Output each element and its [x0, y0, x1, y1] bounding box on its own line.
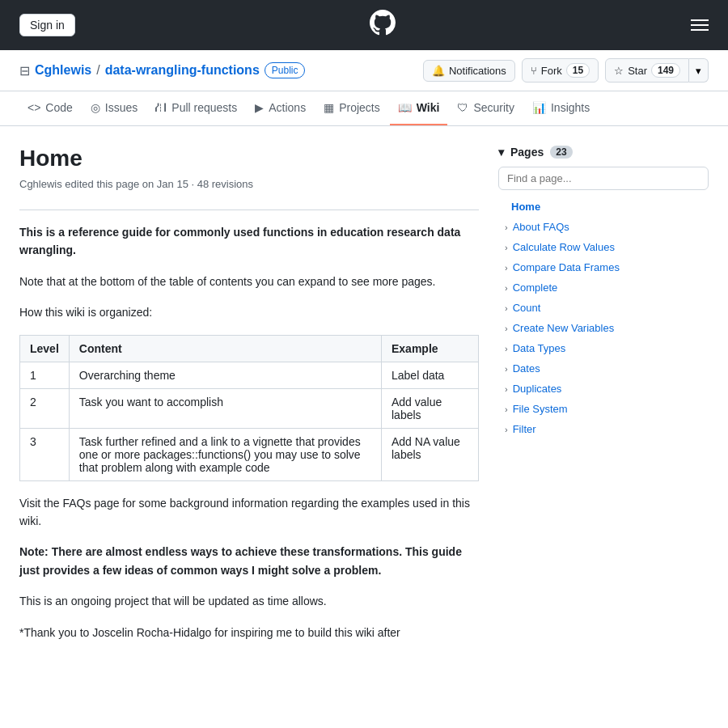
- sidebar-item-file-system[interactable]: ›File System: [498, 399, 709, 419]
- page-label: Home: [511, 201, 540, 213]
- table-header-content: Content: [69, 335, 381, 362]
- wiki-sidebar: ▾ Pages 23 Home›About FAQs›Calculate Row…: [498, 146, 709, 654]
- sidebar-item-calculate-row-values[interactable]: ›Calculate Row Values: [498, 237, 709, 257]
- page-label: Duplicates: [513, 383, 562, 395]
- sidebar-item-compare-data-frames[interactable]: ›Compare Data Frames: [498, 257, 709, 277]
- wiki-meta: Cghlewis edited this page on Jan 15 · 48…: [19, 178, 479, 190]
- tab-wiki[interactable]: 📖 Wiki: [390, 91, 448, 125]
- star-button-group: ☆ Star 149 ▾: [605, 58, 709, 83]
- star-icon: ☆: [614, 65, 624, 77]
- table-cell-example: Add value labels: [382, 388, 479, 428]
- repo-bar: ⊟ Cghlewis / data-wrangling-functions Pu…: [0, 50, 728, 91]
- table-cell-example: Add NA value labels: [382, 428, 479, 480]
- repo-name-link[interactable]: data-wrangling-functions: [105, 63, 260, 78]
- sidebar-item-about-faqs[interactable]: ›About FAQs: [498, 217, 709, 237]
- hamburger-menu[interactable]: [691, 19, 709, 31]
- table-cell-content: Task further refined and a link to a vig…: [69, 428, 381, 480]
- issues-icon: ◎: [91, 101, 100, 114]
- notifications-button[interactable]: 🔔 Notifications: [423, 60, 515, 82]
- chevron-right-icon: ›: [505, 364, 508, 374]
- chevron-right-icon: ›: [505, 263, 508, 273]
- fork-button[interactable]: ⑂ Fork 15: [522, 58, 599, 83]
- repo-separator: /: [96, 63, 99, 78]
- wiki-para5: This is an ongoing project that will be …: [19, 592, 479, 610]
- tab-projects[interactable]: ▦ Projects: [315, 91, 388, 125]
- page-label: File System: [513, 403, 568, 415]
- sidebar-item-dates[interactable]: ›Dates: [498, 358, 709, 379]
- wiki-content: Home Cghlewis edited this page on Jan 15…: [19, 146, 479, 654]
- public-badge: Public: [265, 62, 306, 78]
- chevron-right-icon: ›: [505, 283, 508, 293]
- wiki-para4: Note: There are almost endless ways to a…: [19, 543, 479, 579]
- pull-requests-icon: ⛙: [155, 101, 167, 114]
- wiki-para1: Note that at the bottom of the table of …: [19, 273, 479, 290]
- wiki-table: Level Content Example 1 Overarching them…: [19, 335, 479, 481]
- tab-insights[interactable]: 📊 Insights: [524, 91, 598, 125]
- tab-actions[interactable]: ▶ Actions: [247, 91, 314, 125]
- table-cell-level: 3: [20, 428, 70, 480]
- tab-issues[interactable]: ◎ Issues: [83, 91, 146, 125]
- sidebar-item-duplicates[interactable]: ›Duplicates: [498, 379, 709, 399]
- sidebar-item-create-new-variables[interactable]: ›Create New Variables: [498, 318, 709, 338]
- fork-label: Fork: [541, 65, 562, 77]
- fork-count: 15: [566, 63, 590, 78]
- tab-security[interactable]: 🛡 Security: [449, 91, 523, 125]
- page-label: Calculate Row Values: [513, 241, 615, 253]
- wiki-para6: *Thank you to Joscelin Rocha-Hidalgo for…: [19, 624, 479, 641]
- wiki-icon: 📖: [398, 101, 412, 114]
- sidebar-item-home[interactable]: Home: [498, 197, 709, 217]
- projects-icon: ▦: [324, 101, 334, 114]
- page-label: Complete: [513, 281, 558, 294]
- fork-icon: ⑂: [531, 65, 537, 77]
- star-dropdown-button[interactable]: ▾: [689, 58, 709, 83]
- wiki-para2: How this wiki is organized:: [19, 303, 479, 321]
- tab-pull-requests[interactable]: ⛙ Pull requests: [147, 91, 245, 125]
- sidebar-item-filter[interactable]: ›Filter: [498, 419, 709, 439]
- table-header-example: Example: [382, 335, 479, 362]
- bell-icon: 🔔: [432, 65, 445, 77]
- tab-code[interactable]: <> Code: [19, 91, 81, 125]
- sidebar-item-count[interactable]: ›Count: [498, 298, 709, 318]
- page-label: Count: [513, 302, 541, 314]
- code-icon: <>: [28, 101, 40, 114]
- tab-issues-label: Issues: [105, 101, 138, 114]
- page-label: Dates: [513, 362, 540, 375]
- wiki-intro: This is a reference guide for commonly u…: [19, 223, 479, 260]
- sign-in-button[interactable]: Sign in: [19, 14, 75, 36]
- repo-owner-link[interactable]: Cghlewis: [35, 63, 91, 78]
- chevron-right-icon: ›: [505, 243, 508, 252]
- chevron-right-icon: ›: [505, 344, 508, 353]
- tab-wiki-label: Wiki: [417, 101, 440, 114]
- main-content: Home Cghlewis edited this page on Jan 15…: [0, 126, 728, 674]
- table-cell-example: Label data: [382, 362, 479, 388]
- actions-icon: ▶: [255, 101, 264, 114]
- table-row: 3 Task further refined and a link to a v…: [20, 428, 479, 480]
- chevron-right-icon: ›: [505, 303, 508, 313]
- page-label: Filter: [513, 423, 536, 435]
- table-cell-level: 2: [20, 388, 70, 428]
- page-label: About FAQs: [513, 221, 569, 233]
- chevron-right-icon: ›: [505, 425, 508, 434]
- pages-label: Pages: [510, 146, 544, 159]
- insights-icon: 📊: [532, 101, 546, 114]
- tab-actions-label: Actions: [269, 101, 306, 114]
- security-icon: 🛡: [457, 101, 468, 114]
- sidebar-item-complete[interactable]: ›Complete: [498, 277, 709, 298]
- table-cell-level: 1: [20, 362, 70, 388]
- page-label: Compare Data Frames: [513, 261, 620, 273]
- pages-header[interactable]: ▾ Pages 23: [498, 146, 709, 159]
- star-label: Star: [628, 65, 647, 77]
- table-header-level: Level: [20, 335, 70, 362]
- pages-list: Home›About FAQs›Calculate Row Values›Com…: [498, 197, 709, 439]
- chevron-right-icon: ›: [505, 404, 508, 414]
- star-button[interactable]: ☆ Star 149: [605, 58, 689, 83]
- pages-collapse-icon: ▾: [498, 146, 504, 159]
- wiki-title: Home: [19, 146, 479, 171]
- tab-security-label: Security: [473, 101, 514, 114]
- pages-search-input[interactable]: [498, 167, 709, 190]
- nav-tabs: <> Code ◎ Issues ⛙ Pull requests ▶ Actio…: [0, 91, 728, 126]
- sidebar-item-data-types[interactable]: ›Data Types: [498, 338, 709, 358]
- wiki-para3: Visit the FAQs page for some background …: [19, 494, 479, 531]
- table-row: 2 Task you want to accomplish Add value …: [20, 388, 479, 428]
- pages-count-badge: 23: [550, 146, 572, 159]
